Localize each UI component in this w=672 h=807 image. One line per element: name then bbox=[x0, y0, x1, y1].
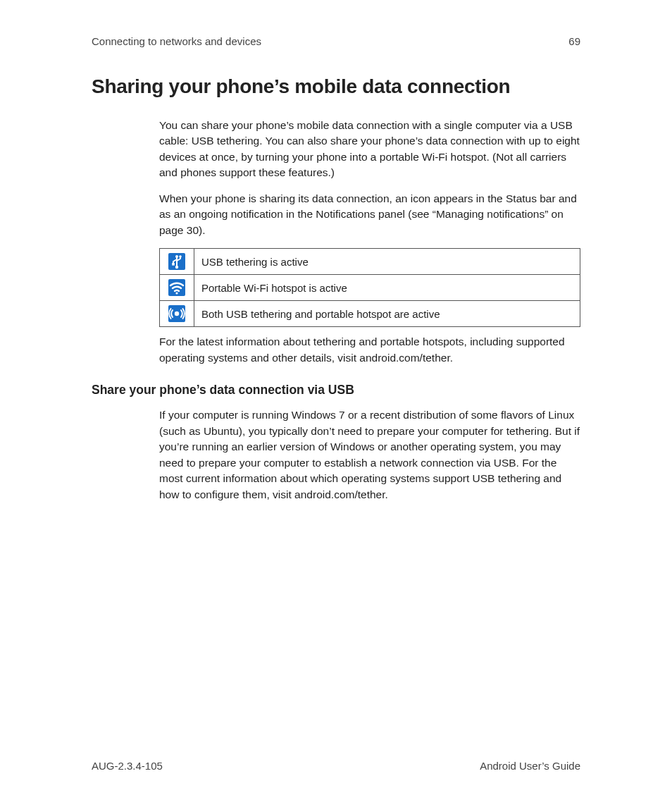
page-number: 69 bbox=[568, 35, 580, 47]
usb-tether-icon bbox=[168, 253, 185, 270]
svg-point-5 bbox=[179, 255, 182, 258]
usb-section: If your computer is running Windows 7 or… bbox=[159, 407, 580, 503]
intro-paragraph-2: When your phone is sharing its data conn… bbox=[159, 191, 580, 238]
svg-point-9 bbox=[175, 312, 179, 316]
subheading: Share your phone’s data connection via U… bbox=[92, 383, 580, 398]
icon-description: Both USB tethering and portable hotspot … bbox=[194, 301, 580, 327]
table-row: Portable Wi-Fi hotspot is active bbox=[160, 275, 580, 301]
doc-title: Android User’s Guide bbox=[480, 760, 580, 772]
svg-point-3 bbox=[175, 266, 178, 269]
svg-rect-4 bbox=[172, 263, 175, 266]
document-page: Connecting to networks and devices 69 Sh… bbox=[0, 0, 672, 807]
page-title: Sharing your phone’s mobile data connect… bbox=[92, 75, 580, 98]
page-header: Connecting to networks and devices 69 bbox=[92, 35, 580, 47]
icon-cell bbox=[160, 249, 194, 275]
table-note: For the latest information about tetheri… bbox=[159, 334, 580, 366]
wifi-hotspot-icon bbox=[168, 279, 185, 296]
page-footer: AUG-2.3.4-105 Android User’s Guide bbox=[92, 760, 580, 772]
svg-point-7 bbox=[175, 292, 178, 295]
usb-paragraph: If your computer is running Windows 7 or… bbox=[159, 407, 580, 503]
icon-description: USB tethering is active bbox=[194, 249, 580, 275]
usb-wifi-both-icon bbox=[168, 305, 185, 322]
intro-section: You can share your phone’s mobile data c… bbox=[159, 118, 580, 366]
svg-rect-2 bbox=[176, 257, 178, 266]
status-icon-table: USB tethering is active bbox=[159, 248, 580, 327]
intro-paragraph-1: You can share your phone’s mobile data c… bbox=[159, 118, 580, 181]
chapter-title: Connecting to networks and devices bbox=[92, 35, 261, 47]
icon-description: Portable Wi-Fi hotspot is active bbox=[194, 275, 580, 301]
icon-cell bbox=[160, 275, 194, 301]
icon-cell bbox=[160, 301, 194, 327]
table-row: USB tethering is active bbox=[160, 249, 580, 275]
table-row: Both USB tethering and portable hotspot … bbox=[160, 301, 580, 327]
doc-version: AUG-2.3.4-105 bbox=[92, 760, 163, 772]
